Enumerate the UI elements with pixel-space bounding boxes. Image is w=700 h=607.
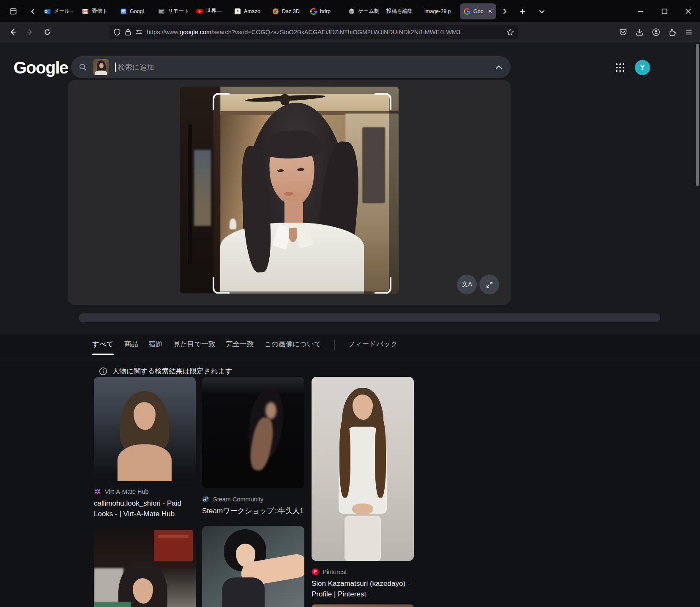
crop-handle-bottom-left[interactable] xyxy=(213,277,230,294)
google-apps-grid-icon[interactable] xyxy=(614,62,626,73)
pinterest-icon: P xyxy=(312,568,319,575)
browser-tab-edit-post[interactable]: 投稿を編集 xyxy=(383,0,421,22)
remote-desktop-icon xyxy=(158,8,165,15)
permissions-icon[interactable] xyxy=(135,28,143,36)
crop-handle-top-right[interactable] xyxy=(375,93,391,110)
search-placeholder: 検索に追加 xyxy=(118,63,489,72)
browser-tab-game[interactable]: ゲーム制 xyxy=(345,0,383,22)
scroll-tabs-right-icon[interactable] xyxy=(498,4,512,19)
browser-tab-daz[interactable]: Daz 3D xyxy=(268,0,306,22)
google-logo[interactable]: Google xyxy=(14,58,68,77)
deco-hair-strand-r xyxy=(375,417,386,498)
deco-skirt xyxy=(345,516,381,561)
minimize-button[interactable] xyxy=(629,0,653,22)
browser-tab-image-file[interactable]: image-29.p xyxy=(421,0,459,22)
browser-tab-amazon[interactable]: a Amazo xyxy=(230,0,268,22)
query-image[interactable] xyxy=(180,87,399,294)
translate-button[interactable]: 文A xyxy=(457,275,477,294)
close-tab-icon[interactable]: ✕ xyxy=(488,8,492,14)
result-image-pinterest[interactable] xyxy=(312,377,414,561)
list-all-tabs-icon[interactable] xyxy=(535,4,549,19)
source-name: Pinterest xyxy=(323,569,347,575)
tab-title: ゲーム制 xyxy=(358,8,379,15)
google-icon xyxy=(310,8,317,15)
expand-icon xyxy=(486,281,493,289)
tab-homework[interactable]: 宿題 xyxy=(149,340,163,355)
tab-title: 世界— xyxy=(206,8,222,15)
lens-result-tabs: すべて 商品 宿題 見た目で一致 完全一致 この画像について フィードバック xyxy=(92,340,398,355)
browser-tab-bar: メール - 受信ト 31 Googl リモート 世界— a Amazo xyxy=(0,0,700,22)
browser-tab-gmail[interactable]: 受信ト xyxy=(78,0,116,22)
browser-tab-active-google[interactable]: Goo ✕ xyxy=(460,3,496,19)
thumb-shirt xyxy=(95,71,107,75)
translate-icon: 文A xyxy=(462,280,472,289)
forward-icon[interactable] xyxy=(23,25,37,39)
amazon-icon: a xyxy=(234,8,241,15)
scrollbar-thumb[interactable] xyxy=(696,44,699,186)
profile-avatar[interactable]: Y xyxy=(635,60,650,75)
toolbar-action-icons xyxy=(619,25,692,39)
svg-text:P: P xyxy=(314,569,317,574)
result-image-partial[interactable] xyxy=(312,604,414,607)
close-window-button[interactable] xyxy=(676,0,700,22)
result-source[interactable]: P Pinterest xyxy=(312,568,414,575)
tab-exact-matches[interactable]: 完全一致 xyxy=(226,340,254,355)
browser-tab-calendar[interactable]: 31 Googl xyxy=(116,0,154,22)
browser-tab-mail[interactable]: メール - xyxy=(40,0,78,22)
deco-shoulders xyxy=(118,444,172,481)
deco-table xyxy=(94,602,131,607)
url-text: https://www.google.com/search?vsrid=COGQ… xyxy=(147,29,503,35)
lens-image-panel: 文A xyxy=(68,80,511,305)
result-source[interactable]: Virt-A-Mate Hub xyxy=(94,488,196,495)
expand-image-button[interactable] xyxy=(479,275,499,294)
deco-highlight xyxy=(265,402,276,419)
new-tab-button[interactable] xyxy=(515,4,530,19)
crop-region[interactable] xyxy=(213,94,389,291)
tab-title: Goo xyxy=(473,8,484,14)
maximize-button[interactable] xyxy=(653,0,676,22)
search-bar[interactable]: 検索に追加 xyxy=(71,56,511,78)
result-title[interactable]: Sion Kazamatsuri (kazedayo) - Profile | … xyxy=(312,578,414,599)
url-bar[interactable]: https://www.google.com/search?vsrid=COGQ… xyxy=(109,25,518,39)
browser-tab-youtube[interactable]: 世界— xyxy=(192,0,230,22)
scroll-tabs-left-icon[interactable] xyxy=(26,4,40,19)
deco-shelf-lines xyxy=(158,535,189,538)
result-source[interactable]: Steam Community xyxy=(202,495,304,503)
result-title[interactable]: Steamワークショップ::牛头人1 xyxy=(202,506,304,516)
gmail-icon xyxy=(82,8,89,15)
tab-title: リモート xyxy=(168,8,189,15)
crop-handle-bottom-right[interactable] xyxy=(375,277,391,294)
feedback-link[interactable]: フィードバック xyxy=(348,340,398,355)
pocket-save-icon[interactable] xyxy=(619,28,627,36)
firefox-view-icon[interactable] xyxy=(6,4,20,19)
download-icon[interactable] xyxy=(635,28,644,36)
cube-icon xyxy=(348,8,355,15)
results-column-3: P Pinterest Sion Kazamatsuri (kazedayo) … xyxy=(312,377,414,607)
menu-icon[interactable] xyxy=(685,28,692,36)
result-image-pose[interactable] xyxy=(202,526,304,607)
tracking-shield-icon[interactable] xyxy=(113,28,121,36)
reload-icon[interactable] xyxy=(41,25,54,39)
thumb-face xyxy=(99,63,104,68)
query-image-thumbnail xyxy=(93,59,109,75)
browser-tab-remote[interactable]: リモート xyxy=(154,0,192,22)
google-icon xyxy=(464,8,470,15)
result-image-vam[interactable] xyxy=(94,377,196,481)
crop-handle-top-left[interactable] xyxy=(213,93,230,110)
bookmark-star-icon[interactable] xyxy=(506,28,514,36)
result-image-office[interactable] xyxy=(94,528,196,607)
browser-tab-hdrp[interactable]: hdrp xyxy=(306,0,345,22)
tab-all[interactable]: すべて xyxy=(92,340,114,355)
tab-products[interactable]: 商品 xyxy=(124,340,138,355)
back-icon[interactable] xyxy=(6,25,19,39)
result-title[interactable]: callimohu.look_shiori - Paid Looks - | V… xyxy=(94,498,196,519)
extensions-icon[interactable] xyxy=(668,28,677,36)
tab-title: Daz 3D xyxy=(282,8,300,14)
result-image-steam[interactable] xyxy=(202,377,304,488)
tab-visual-matches[interactable]: 見た目で一致 xyxy=(173,340,216,355)
account-icon[interactable] xyxy=(652,28,660,36)
tab-about-image[interactable]: この画像について xyxy=(264,340,321,355)
lock-icon[interactable] xyxy=(125,28,131,36)
source-name: Virt-A-Mate Hub xyxy=(105,488,149,495)
collapse-panel-icon[interactable] xyxy=(495,63,503,71)
